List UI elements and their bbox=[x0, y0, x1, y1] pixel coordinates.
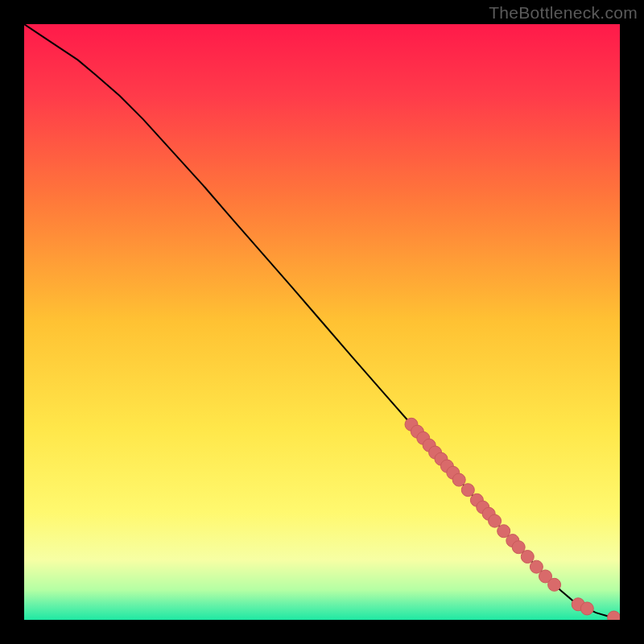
gradient-chart bbox=[24, 24, 620, 620]
watermark-label: TheBottleneck.com bbox=[489, 3, 638, 23]
chart-frame: TheBottleneck.com bbox=[0, 0, 644, 644]
curve-marker bbox=[489, 514, 502, 527]
curve-marker bbox=[548, 578, 561, 591]
curve-marker bbox=[580, 602, 593, 615]
curve-marker bbox=[461, 484, 474, 497]
curve-marker bbox=[452, 473, 465, 486]
curve-marker bbox=[521, 551, 534, 564]
plot-area bbox=[24, 24, 620, 620]
